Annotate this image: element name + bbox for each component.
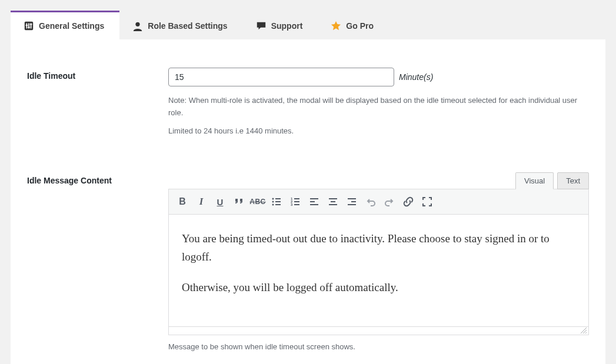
editor-mode-tabs: Visual Text	[168, 172, 589, 189]
tab-support-label: Support	[271, 21, 303, 31]
editor-statusbar	[169, 326, 588, 335]
resize-grip-icon[interactable]	[580, 327, 587, 334]
underline-button[interactable]: U	[211, 193, 229, 211]
align-left-button[interactable]	[305, 193, 323, 211]
tabs-container: General Settings Role Based Settings Sup…	[0, 0, 616, 39]
star-icon	[331, 21, 341, 31]
svg-rect-21	[310, 201, 315, 202]
svg-rect-27	[351, 201, 356, 202]
idle-message-body: Visual Text B I U ABC	[168, 172, 589, 351]
tabs-list: General Settings Role Based Settings Sup…	[11, 11, 616, 39]
svg-rect-11	[275, 201, 281, 202]
svg-rect-25	[329, 204, 337, 205]
svg-point-7	[136, 22, 140, 26]
wysiwyg-editor: Visual Text B I U ABC	[168, 172, 589, 335]
svg-rect-23	[329, 198, 337, 199]
editor-toolbar: B I U ABC 123	[169, 189, 588, 215]
idle-timeout-label: Idle Timeout	[27, 68, 168, 81]
editor-content-area[interactable]: You are being timed-out out due to inact…	[169, 215, 588, 326]
svg-text:3: 3	[291, 203, 293, 206]
svg-rect-17	[294, 201, 299, 202]
field-idle-timeout: Idle Timeout Minute(s) Note: When multi-…	[27, 68, 589, 143]
fullscreen-button[interactable]	[418, 193, 436, 211]
idle-timeout-note-1: Note: When multi-role is activated, the …	[168, 95, 589, 119]
tab-general-label: General Settings	[39, 21, 104, 31]
redo-button[interactable]	[381, 193, 398, 211]
svg-rect-20	[310, 198, 318, 199]
idle-timeout-suffix: Minute(s)	[399, 72, 433, 82]
blockquote-button[interactable]	[230, 193, 248, 211]
svg-rect-15	[294, 198, 299, 199]
strikethrough-label: ABC	[249, 198, 266, 206]
svg-point-12	[272, 204, 274, 206]
align-right-button[interactable]	[343, 193, 361, 211]
field-idle-message: Idle Message Content Visual Text B I U A…	[27, 172, 589, 351]
tab-go-pro[interactable]: Go Pro	[318, 11, 389, 39]
svg-rect-4	[26, 25, 28, 26]
italic-button[interactable]: I	[192, 193, 210, 211]
link-button[interactable]	[399, 193, 417, 211]
settings-panel: Idle Timeout Minute(s) Note: When multi-…	[11, 39, 605, 364]
idle-timeout-note-2: Limited to 24 hours i.e 1440 minutes.	[168, 125, 589, 138]
svg-rect-24	[331, 201, 335, 202]
idle-message-label: Idle Message Content	[27, 172, 168, 185]
strikethrough-button[interactable]: ABC	[249, 193, 267, 211]
svg-rect-6	[30, 24, 32, 25]
svg-rect-19	[294, 204, 299, 205]
idle-message-paragraph-1: You are being timed-out out due to inact…	[182, 230, 575, 266]
editor-box: B I U ABC 123	[168, 189, 589, 335]
bullet-list-button[interactable]	[268, 193, 285, 211]
tab-gopro-label: Go Pro	[346, 21, 374, 31]
tab-role-based-settings[interactable]: Role Based Settings	[119, 11, 242, 39]
svg-rect-5	[28, 27, 30, 28]
svg-point-10	[272, 201, 274, 203]
svg-rect-9	[275, 198, 281, 199]
svg-rect-13	[275, 204, 281, 205]
tab-general-settings[interactable]: General Settings	[11, 11, 119, 39]
svg-rect-26	[348, 198, 356, 199]
editor-tab-visual[interactable]: Visual	[515, 172, 554, 189]
svg-rect-22	[310, 204, 318, 205]
idle-message-paragraph-2: Otherwise, you will be logged off automa…	[182, 279, 575, 296]
bold-button[interactable]: B	[174, 193, 191, 211]
idle-timeout-input-row: Minute(s)	[168, 68, 589, 86]
align-center-button[interactable]	[324, 193, 342, 211]
svg-rect-28	[348, 204, 356, 205]
idle-timeout-input[interactable]	[168, 68, 394, 86]
editor-tab-text[interactable]: Text	[557, 172, 589, 189]
numbered-list-button[interactable]: 123	[287, 193, 304, 211]
user-icon	[132, 21, 143, 31]
sliders-icon	[24, 21, 34, 31]
tab-support[interactable]: Support	[243, 11, 318, 39]
tab-role-label: Role Based Settings	[148, 21, 227, 31]
comment-icon	[256, 21, 267, 31]
idle-timeout-body: Minute(s) Note: When multi-role is activ…	[168, 68, 589, 143]
undo-button[interactable]	[362, 193, 379, 211]
idle-message-description: Message to be shown when idle timeout sc…	[168, 342, 589, 351]
svg-point-8	[272, 198, 274, 200]
